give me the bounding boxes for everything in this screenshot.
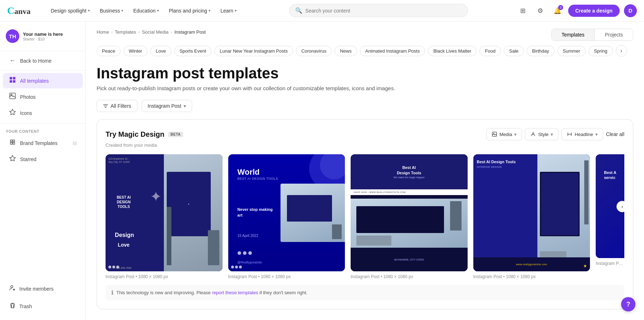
user-role: Starter · $10 xyxy=(23,37,63,41)
category-summer[interactable]: Summer xyxy=(557,46,586,56)
svg-point-8 xyxy=(11,286,13,288)
nav-education[interactable]: Education ▾ xyxy=(129,6,163,16)
sidebar-item-photos[interactable]: Photos xyxy=(3,89,83,105)
premium-star-badge-4: ★ xyxy=(583,263,587,268)
brand-templates-icon xyxy=(9,139,16,147)
breadcrumb-current: Instagram Post xyxy=(174,29,205,35)
avatar[interactable]: D xyxy=(624,4,637,17)
all-filters-button[interactable]: All Filters xyxy=(97,100,137,112)
category-spring[interactable]: Spring xyxy=(589,46,613,56)
category-birthday[interactable]: Birthday xyxy=(527,46,555,56)
template-card-3[interactable]: Best AIDesign Tools We make the magic ha… xyxy=(351,154,468,279)
svg-rect-5 xyxy=(13,80,15,83)
category-blm[interactable]: Black Lives Matter xyxy=(428,46,477,56)
search-bar[interactable]: 🔍 xyxy=(289,4,468,17)
chevron-down-icon: ▾ xyxy=(595,132,598,137)
top-navigation: C anva Design spotlight ▾ Business ▾ Edu… xyxy=(0,0,644,21)
breadcrumb-home[interactable]: Home xyxy=(97,29,109,35)
template-card-4[interactable]: Best AI Design Tools INTERIOR DESIGN www… xyxy=(473,154,590,279)
notification-badge: 3 xyxy=(558,5,563,10)
media-filter-button[interactable]: Media ▾ xyxy=(486,128,522,140)
beta-badge: BETA xyxy=(168,132,183,137)
template-grid: 123 Anywhere St.,Any City, ST 12345 BEST… xyxy=(106,154,624,279)
category-news[interactable]: News xyxy=(335,46,357,56)
chevron-down-icon: ▾ xyxy=(209,9,210,13)
tab-switcher: Templates Projects xyxy=(551,29,633,41)
invite-icon xyxy=(9,284,16,293)
chevron-down-icon: ▾ xyxy=(157,9,159,13)
user-name: Your name is here xyxy=(23,31,63,37)
chevron-down-icon: ▾ xyxy=(88,9,90,13)
breadcrumb-templates[interactable]: Templates xyxy=(115,29,136,35)
page-subtitle: Pick out ready-to-publish Instagram post… xyxy=(97,85,633,91)
template-card-1[interactable]: 123 Anywhere St.,Any City, ST 12345 BEST… xyxy=(106,154,223,279)
user-avatar: TH xyxy=(6,29,19,43)
category-sale[interactable]: Sale xyxy=(504,46,524,56)
category-strip: Peace Winter Love Sports Event Lunar New… xyxy=(97,45,633,58)
main-content: Home › Templates › Social Media › Instag… xyxy=(86,21,644,320)
category-sports-event[interactable]: Sports Event xyxy=(174,46,211,56)
settings-icon[interactable]: ⚙ xyxy=(534,4,547,17)
grid-view-icon[interactable]: ⊞ xyxy=(517,4,530,17)
svg-rect-2 xyxy=(10,77,12,79)
svg-rect-4 xyxy=(10,80,12,83)
help-button[interactable]: ? xyxy=(621,297,635,311)
post-type-filter-button[interactable]: Instagram Post ▾ xyxy=(142,100,192,112)
template-card-2[interactable]: World BEST AI DESIGN TOOLS Never stop ma… xyxy=(228,154,345,279)
notice-bar: ℹ This technology is new and improving. … xyxy=(106,285,624,300)
category-coronavirus[interactable]: Coronavirus xyxy=(296,46,332,56)
svg-text:C: C xyxy=(7,5,14,16)
template-dots-badge xyxy=(108,266,119,268)
trash-button[interactable]: Trash xyxy=(3,298,83,314)
category-animated[interactable]: Animated Instagram Posts xyxy=(360,46,425,56)
template-meta-2: Instagram Post • 1080 × 1080 px xyxy=(228,274,345,279)
nav-business[interactable]: Business ▾ xyxy=(96,6,128,16)
sidebar-item-brand-templates[interactable]: Brand Templates ⊟ xyxy=(3,135,83,151)
category-food[interactable]: Food xyxy=(479,46,501,56)
category-next-button[interactable]: › xyxy=(616,45,627,57)
sidebar: TH Your name is here Starter · $10 ← Bac… xyxy=(0,21,86,320)
canva-logo[interactable]: C anva xyxy=(7,5,39,16)
templates-grid-icon xyxy=(9,76,16,85)
photos-icon xyxy=(9,92,16,101)
sidebar-item-all-templates[interactable]: All templates xyxy=(3,73,83,88)
clear-all-button[interactable]: Clear all xyxy=(606,131,624,137)
svg-rect-3 xyxy=(13,77,15,79)
category-winter[interactable]: Winter xyxy=(123,46,148,56)
nav-learn[interactable]: Learn ▾ xyxy=(216,6,241,16)
report-templates-link[interactable]: report these templates xyxy=(212,290,258,295)
headline-icon xyxy=(567,131,572,137)
create-design-button[interactable]: Create a design xyxy=(568,5,620,17)
category-peace[interactable]: Peace xyxy=(97,46,121,56)
notifications-button[interactable]: 🔔 3 xyxy=(551,4,564,17)
tab-projects[interactable]: Projects xyxy=(595,29,633,40)
template-meta-3: Instagram Post • 1080 × 1080 px xyxy=(351,274,468,279)
sidebar-divider-3 xyxy=(0,123,86,123)
chevron-down-icon: ▾ xyxy=(551,132,553,137)
invite-members-button[interactable]: Invite members xyxy=(3,281,83,297)
tab-templates[interactable]: Templates xyxy=(552,29,595,40)
style-filter-button[interactable]: Style ▾ xyxy=(525,128,558,140)
breadcrumb: Home › Templates › Social Media › Instag… xyxy=(97,29,206,35)
chevron-down-icon: ▾ xyxy=(235,9,236,13)
svg-text:anva: anva xyxy=(14,7,30,16)
info-icon: ℹ xyxy=(111,289,113,296)
filter-row: All Filters Instagram Post ▾ xyxy=(97,100,633,112)
sidebar-divider-2 xyxy=(0,70,86,71)
nav-design-spotlight[interactable]: Design spotlight ▾ xyxy=(47,6,94,16)
sidebar-item-back-home[interactable]: ← Back to Home xyxy=(3,54,83,68)
search-input[interactable] xyxy=(305,8,462,14)
template-meta-1: Instagram Post • 1080 × 1080 px xyxy=(106,274,223,279)
nav-plans[interactable]: Plans and pricing ▾ xyxy=(165,6,215,16)
breadcrumb-social-media[interactable]: Social Media xyxy=(142,29,169,35)
icons-star-icon xyxy=(9,108,16,117)
search-icon: 🔍 xyxy=(295,7,302,14)
sidebar-divider xyxy=(0,51,86,51)
headline-filter-button[interactable]: Headline ▾ xyxy=(561,128,603,140)
category-lunar-new-year[interactable]: Lunar New Year Instagram Posts xyxy=(214,46,293,56)
category-love[interactable]: Love xyxy=(150,46,171,56)
template-card-5[interactable]: Best Aservic Instagram Post • › xyxy=(596,154,624,279)
sidebar-item-starred[interactable]: Starred xyxy=(3,151,83,167)
sidebar-item-icons[interactable]: Icons xyxy=(3,105,83,121)
collapse-icon: ⊟ xyxy=(73,140,77,146)
